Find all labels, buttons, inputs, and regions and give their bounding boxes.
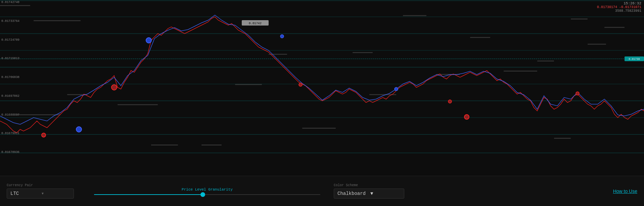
svg-point-34 bbox=[280, 35, 284, 38]
svg-rect-27 bbox=[604, 27, 625, 28]
currency-pair-section: Currency Pair LTC ▼ bbox=[7, 183, 81, 199]
granularity-label: Price Level Granularity bbox=[182, 188, 233, 192]
svg-point-38 bbox=[299, 83, 302, 86]
svg-rect-12 bbox=[34, 20, 81, 21]
color-scheme-dropdown[interactable]: Chalkboard ▼ bbox=[334, 189, 404, 199]
svg-point-36 bbox=[111, 85, 117, 90]
svg-rect-29 bbox=[201, 145, 222, 146]
price-label-6: 0.01688887 bbox=[1, 113, 27, 117]
granularity-section: Price Level Granularity bbox=[81, 188, 334, 195]
svg-rect-13 bbox=[118, 104, 158, 105]
svg-rect-19 bbox=[537, 60, 554, 61]
svg-point-39 bbox=[448, 100, 452, 103]
svg-point-35 bbox=[395, 87, 398, 91]
scheme-dropdown-arrow: ▼ bbox=[370, 191, 401, 196]
chart-container: 15:26:32 0.01730174 -0.01731071 3588.758… bbox=[0, 0, 644, 206]
svg-rect-21 bbox=[302, 128, 336, 129]
svg-rect-31 bbox=[571, 18, 588, 19]
currency-pair-dropdown[interactable]: LTC ▼ bbox=[7, 189, 74, 199]
granularity-track bbox=[94, 194, 320, 195]
top-right-info: 15:26:32 0.01730174 -0.01731071 3588.758… bbox=[597, 1, 641, 13]
currency-pair-value: LTC bbox=[10, 191, 39, 196]
current-time: 15:26:32 bbox=[597, 1, 641, 5]
svg-rect-17 bbox=[403, 15, 426, 16]
price-label-8: 0.01670936 bbox=[1, 151, 27, 154]
volume-display: 3588.75823991 bbox=[597, 9, 641, 13]
granularity-fill bbox=[94, 194, 203, 195]
price-label-2: 0.01724789 bbox=[1, 38, 27, 42]
svg-rect-18 bbox=[470, 37, 490, 38]
price-chart: 0.01742 0.01730 bbox=[0, 0, 644, 155]
price-label-1: 0.01733764 bbox=[1, 19, 27, 23]
price-axis: 0.01742740 0.01733764 0.01724789 0.01715… bbox=[0, 0, 29, 155]
svg-rect-30 bbox=[554, 138, 571, 139]
svg-point-37 bbox=[42, 133, 46, 137]
price-label-7: 0.01679911 bbox=[1, 132, 27, 135]
granularity-slider-container[interactable] bbox=[94, 194, 320, 195]
svg-rect-0 bbox=[0, 0, 644, 155]
svg-rect-26 bbox=[504, 71, 537, 72]
svg-rect-28 bbox=[151, 145, 178, 146]
price-label-3: 0.01715813 bbox=[1, 57, 27, 60]
svg-text:0.01742: 0.01742 bbox=[249, 22, 262, 25]
price-label-5: 0.01697862 bbox=[1, 94, 27, 98]
currency-dropdown-arrow: ▼ bbox=[42, 192, 70, 196]
svg-rect-20 bbox=[588, 44, 606, 45]
svg-point-33 bbox=[76, 127, 82, 132]
svg-rect-16 bbox=[353, 52, 373, 53]
price-label-4: 0.01706838 bbox=[1, 76, 27, 79]
color-scheme-section: Color Scheme Chalkboard ▼ bbox=[334, 183, 411, 199]
price-current: 0.01730174 -0.01731071 bbox=[597, 5, 641, 9]
svg-text:0.01730: 0.01730 bbox=[629, 57, 640, 60]
color-scheme-label: Color Scheme bbox=[334, 183, 411, 187]
svg-point-41 bbox=[576, 92, 579, 95]
granularity-thumb[interactable] bbox=[200, 192, 205, 197]
color-scheme-value: Chalkboard bbox=[337, 191, 368, 196]
svg-rect-14 bbox=[235, 84, 262, 85]
currency-pair-label: Currency Pair bbox=[7, 183, 81, 187]
svg-point-32 bbox=[146, 38, 151, 43]
svg-point-40 bbox=[464, 115, 469, 119]
price-label-0: 0.01742740 bbox=[1, 1, 27, 4]
bottom-toolbar: Currency Pair LTC ▼ Price Level Granular… bbox=[0, 176, 644, 206]
how-to-use-button[interactable]: How to Use bbox=[613, 189, 637, 194]
